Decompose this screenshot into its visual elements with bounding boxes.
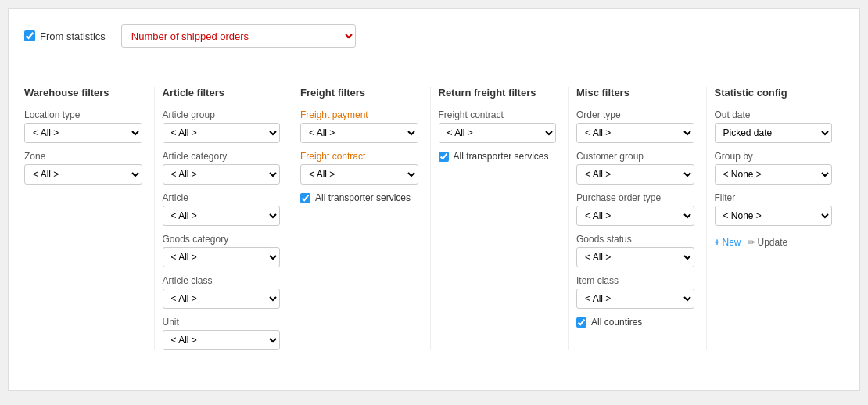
action-row: + New ✏ Update	[715, 237, 833, 248]
all-countries-label: All countires	[591, 317, 642, 328]
article-select[interactable]: < All >	[163, 206, 281, 226]
from-statistics-label: From statistics	[40, 30, 106, 42]
update-button[interactable]: ✏ Update	[748, 237, 788, 248]
freight-filters-title: Freight filters	[300, 87, 418, 99]
return-freight-filters-group: Return freight filters Freight contract …	[431, 87, 569, 350]
item-class-select[interactable]: < All >	[576, 289, 694, 309]
goods-status-select[interactable]: < All >	[576, 247, 694, 267]
article-filters-group: Article filters Article group < All > Ar…	[155, 87, 293, 350]
freight-payment-select[interactable]: < All >	[300, 123, 418, 143]
purchase-order-type-label: Purchase order type	[576, 192, 694, 203]
return-all-transporter-checkbox[interactable]	[439, 152, 449, 162]
location-type-select[interactable]: < All >	[24, 123, 142, 143]
misc-filters-group: Misc filters Order type < All > Customer…	[569, 87, 707, 350]
plus-icon: +	[715, 237, 720, 248]
main-metric-dropdown[interactable]: Number of shipped orders Number of order…	[121, 24, 356, 48]
freight-contract-select[interactable]: < All >	[300, 164, 418, 185]
return-freight-contract-label: Freight contract	[439, 109, 557, 120]
article-group-label: Article group	[163, 109, 281, 120]
return-freight-contract-select[interactable]: < All >	[439, 123, 557, 143]
new-button-label: New	[723, 237, 741, 248]
purchase-order-type-select[interactable]: < All >	[576, 206, 694, 226]
freight-contract-label: Freight contract	[300, 151, 418, 162]
update-button-label: Update	[758, 237, 788, 248]
article-filters-title: Article filters	[163, 87, 281, 99]
customer-group-select[interactable]: < All >	[576, 164, 694, 185]
return-all-transporter-row: All transporter services	[439, 151, 557, 162]
warehouse-filters-group: Warehouse filters Location type < All > …	[24, 87, 155, 350]
misc-filters-title: Misc filters	[576, 87, 694, 99]
order-type-label: Order type	[576, 109, 694, 120]
location-type-label: Location type	[24, 109, 142, 120]
warehouse-filters-title: Warehouse filters	[24, 87, 142, 99]
unit-select[interactable]: < All >	[163, 330, 281, 350]
new-button[interactable]: + New	[715, 237, 741, 248]
item-class-label: Item class	[576, 275, 694, 286]
article-label: Article	[163, 192, 281, 203]
all-countries-row: All countires	[576, 317, 694, 328]
statistic-config-group: Statistic config Out date Picked date Or…	[707, 87, 845, 350]
group-by-label: Group by	[715, 151, 833, 162]
article-category-select[interactable]: < All >	[163, 164, 281, 185]
all-countries-checkbox[interactable]	[576, 317, 586, 328]
top-section: From statistics Number of shipped orders…	[24, 24, 844, 48]
filter-label: Filter	[715, 192, 833, 203]
freight-filters-group: Freight filters Freight payment < All > …	[292, 87, 431, 350]
from-statistics-checkbox-label[interactable]: From statistics	[24, 30, 106, 42]
article-class-select[interactable]: < All >	[163, 289, 281, 309]
out-date-select[interactable]: Picked date Order date Delivery date	[715, 123, 833, 143]
return-all-transporter-label: All transporter services	[454, 151, 549, 162]
article-category-label: Article category	[163, 151, 281, 162]
unit-label: Unit	[163, 317, 281, 328]
group-by-select[interactable]: < None >	[715, 164, 833, 185]
order-type-select[interactable]: < All >	[576, 123, 694, 143]
statistic-config-title: Statistic config	[715, 87, 833, 99]
freight-all-transporter-label: All transporter services	[315, 192, 411, 203]
article-group-select[interactable]: < All >	[163, 123, 281, 143]
freight-all-transporter-row: All transporter services	[300, 192, 418, 203]
filter-select[interactable]: < None >	[715, 206, 833, 226]
freight-payment-label: Freight payment	[300, 109, 418, 120]
filters-section: Warehouse filters Location type < All > …	[24, 87, 844, 350]
article-class-label: Article class	[163, 275, 281, 286]
return-freight-filters-title: Return freight filters	[439, 87, 557, 99]
main-container: From statistics Number of shipped orders…	[8, 8, 860, 391]
goods-status-label: Goods status	[576, 234, 694, 245]
freight-all-transporter-checkbox[interactable]	[300, 193, 310, 203]
goods-category-select[interactable]: < All >	[163, 247, 281, 267]
zone-label: Zone	[24, 151, 142, 162]
zone-select[interactable]: < All >	[24, 164, 142, 185]
goods-category-label: Goods category	[163, 234, 281, 245]
customer-group-label: Customer group	[576, 151, 694, 162]
out-date-label: Out date	[715, 109, 833, 120]
from-statistics-checkbox[interactable]	[24, 30, 35, 41]
pencil-icon: ✏	[748, 237, 755, 248]
